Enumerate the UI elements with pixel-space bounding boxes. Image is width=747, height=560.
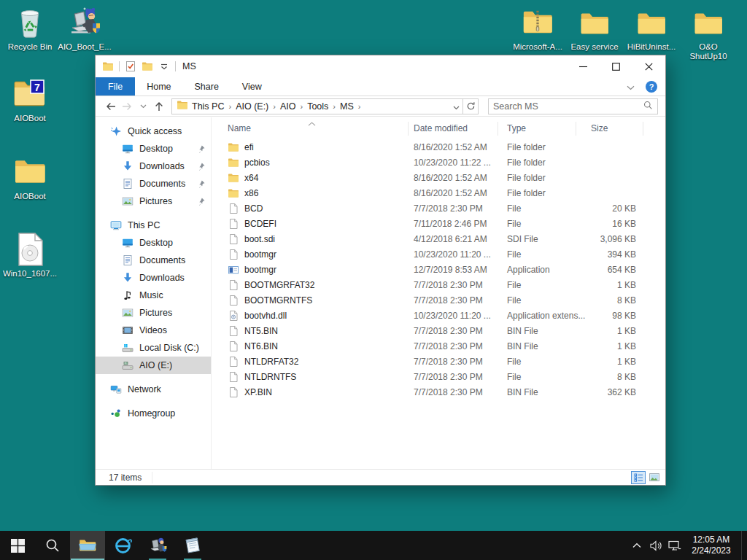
start-button[interactable] — [0, 531, 35, 560]
desktop-icon-aioboot-folder[interactable]: AIOBoot — [1, 153, 58, 201]
file-size: 654 KB — [576, 265, 643, 275]
file-date-modified: 7/7/2018 2:30 PM — [409, 295, 498, 306]
volume-icon[interactable] — [646, 531, 665, 560]
details-view-button[interactable] — [631, 471, 646, 484]
search-box[interactable] — [488, 98, 658, 114]
file-name-cell: bootmgr — [219, 264, 409, 276]
recent-locations-chevron-icon[interactable] — [135, 98, 151, 114]
search-input[interactable] — [493, 101, 643, 112]
expand-ribbon-chevron-icon[interactable] — [627, 80, 635, 93]
file-row[interactable]: NT5.BIN7/7/2018 2:30 PMBIN File1 KB — [219, 323, 665, 338]
large-icons-view-button[interactable] — [647, 471, 662, 484]
file-row[interactable]: BCDEFI7/11/2018 2:46 PMFile16 KB — [219, 216, 665, 231]
address-dropdown-chevron-icon[interactable] — [453, 100, 460, 113]
sidebar-item-homegroup[interactable]: Homegroup — [96, 405, 211, 422]
sidebar-item-pictures[interactable]: Pictures — [96, 304, 211, 322]
file-row[interactable]: NTLDRFAT327/7/2018 2:30 PMFile1 KB — [219, 354, 665, 369]
tab-file[interactable]: File — [96, 77, 135, 96]
file-size: 8 KB — [576, 372, 643, 382]
sidebar-item-quick-access[interactable]: Quick access — [96, 122, 211, 140]
sidebar-item-desktop[interactable]: Desktop — [96, 140, 211, 158]
sidebar-item-documents[interactable]: Documents — [96, 252, 211, 269]
column-header-size[interactable]: Size — [576, 122, 643, 136]
sidebar-item-pictures[interactable]: Pictures — [96, 192, 211, 210]
minimize-button[interactable] — [567, 55, 600, 77]
file-row[interactable]: efi8/16/2020 1:52 AMFile folder — [219, 139, 665, 155]
taskbar-file-explorer-button[interactable] — [70, 531, 105, 560]
breadcrumb-item[interactable]: AIO — [278, 101, 298, 112]
taskbar-search-button[interactable] — [35, 531, 70, 560]
sidebar-item-desktop[interactable]: Desktop — [96, 234, 211, 252]
file-name-cell: BCDEFI — [219, 218, 409, 230]
hidden-icons-chevron-icon[interactable] — [627, 531, 646, 560]
file-row[interactable]: XP.BIN7/7/2018 2:30 PMBIN File362 KB — [219, 384, 665, 400]
maximize-button[interactable] — [600, 55, 632, 77]
breadcrumb-item[interactable]: This PC — [190, 101, 226, 112]
column-header-date-modified[interactable]: Date modified — [409, 122, 498, 136]
taskbar-clock[interactable]: 12:05 AM 2/24/2023 — [684, 534, 741, 556]
file-date-modified: 8/16/2020 1:52 AM — [409, 173, 498, 183]
sidebar-item-network[interactable]: Network — [96, 381, 211, 398]
tab-share[interactable]: Share — [183, 77, 231, 96]
file-row[interactable]: boot.sdi4/12/2018 6:21 AMSDI File3,096 K… — [219, 231, 665, 246]
file-name-cell: efi — [219, 141, 409, 153]
file-row[interactable]: bootvhd.dll10/23/2020 11:20 ...Applicati… — [219, 308, 665, 323]
file-row[interactable]: BOOTMGRNTFS7/7/2018 2:30 PMFile8 KB — [219, 292, 665, 308]
breadcrumb-item[interactable]: MS — [338, 101, 356, 112]
file-name-cell: NT6.BIN — [219, 341, 409, 352]
close-button[interactable] — [632, 55, 665, 77]
help-icon[interactable]: ? — [646, 81, 657, 93]
file-row[interactable]: BCD7/7/2018 2:30 PMFile20 KB — [219, 201, 665, 216]
tab-home[interactable]: Home — [135, 77, 182, 96]
file-row[interactable]: bootmgr12/7/2019 8:53 AMApplication654 K… — [219, 262, 665, 277]
tab-view[interactable]: View — [231, 77, 274, 96]
properties-icon[interactable] — [125, 61, 136, 72]
forward-button[interactable] — [119, 98, 135, 114]
desktop-icon-aio-boot-exe[interactable]: AIO_Boot_E... — [56, 4, 113, 52]
sidebar-item-this-pc[interactable]: This PC — [96, 217, 211, 234]
folder-icon — [228, 157, 239, 168]
desktop-icon-microsoft-zip[interactable]: Microsoft-A... — [509, 4, 566, 61]
desktop-icon-win10-iso[interactable]: Win10_1607... — [1, 230, 58, 279]
new-folder-icon[interactable] — [142, 61, 153, 72]
file-row[interactable]: NTLDRNTFS7/7/2018 2:30 PMFile8 KB — [219, 369, 665, 384]
desktop-icon-recycle-bin[interactable]: Recycle Bin — [1, 4, 58, 52]
file-row[interactable]: pcbios10/23/2020 11:22 ...File folder — [219, 155, 665, 170]
breadcrumb-item[interactable]: AIO (E:) — [233, 101, 271, 112]
back-button[interactable] — [103, 98, 119, 114]
file-row[interactable]: bootmgr10/23/2020 11:20 ...File394 KB — [219, 246, 665, 262]
customize-qat-chevron-icon[interactable] — [158, 61, 170, 72]
desktop-icon — [122, 143, 133, 155]
sidebar-item-local-disk-c[interactable]: Local Disk (C:) — [96, 339, 211, 357]
sidebar-item-music[interactable]: Music — [96, 287, 211, 304]
column-header-type[interactable]: Type — [498, 122, 576, 136]
file-name-cell: NTLDRFAT32 — [219, 356, 409, 368]
file-row[interactable]: NT6.BIN7/7/2018 2:30 PMBIN File1 KB — [219, 338, 665, 354]
address-bar[interactable]: This PC›AIO (E:)›AIO›Tools›MS› — [171, 98, 463, 114]
sidebar-item-downloads[interactable]: Downloads — [96, 269, 211, 287]
disc-image-icon — [1, 230, 58, 267]
file-row[interactable]: x868/16/2020 1:52 AMFile folder — [219, 185, 665, 201]
taskbar-internet-explorer-button[interactable] — [105, 531, 140, 560]
show-desktop-button[interactable] — [741, 531, 747, 560]
refresh-button[interactable] — [462, 98, 479, 114]
music-icon — [122, 289, 133, 301]
desktop-icon-oo-shutup10[interactable]: O&O ShutUp10 — [680, 4, 737, 61]
folder-icon — [228, 141, 239, 153]
desktop-icon-aioboot-archive[interactable]: 7 AIOBoot — [1, 75, 58, 123]
taskbar-aio-boot-button[interactable] — [140, 531, 175, 560]
file-icon — [228, 218, 239, 230]
up-button[interactable] — [151, 98, 167, 114]
sidebar-item-downloads[interactable]: Downloads — [96, 158, 211, 175]
sidebar-item-videos[interactable]: Videos — [96, 322, 211, 339]
desktop-icon-hibit-uninstaller[interactable]: HiBitUninst... — [623, 4, 680, 61]
network-icon[interactable] — [665, 531, 684, 560]
file-icon — [228, 233, 239, 245]
taskbar-notepad-button[interactable] — [175, 531, 210, 560]
file-row[interactable]: x648/16/2020 1:52 AMFile folder — [219, 170, 665, 185]
breadcrumb-item[interactable]: Tools — [305, 101, 330, 112]
sidebar-item-aio-e[interactable]: AIO (E:) — [96, 357, 211, 374]
file-row[interactable]: BOOTMGRFAT327/7/2018 2:30 PMFile1 KB — [219, 277, 665, 292]
sidebar-item-documents[interactable]: Documents — [96, 175, 211, 192]
desktop-icon-easy-service[interactable]: Easy service — [566, 4, 623, 61]
